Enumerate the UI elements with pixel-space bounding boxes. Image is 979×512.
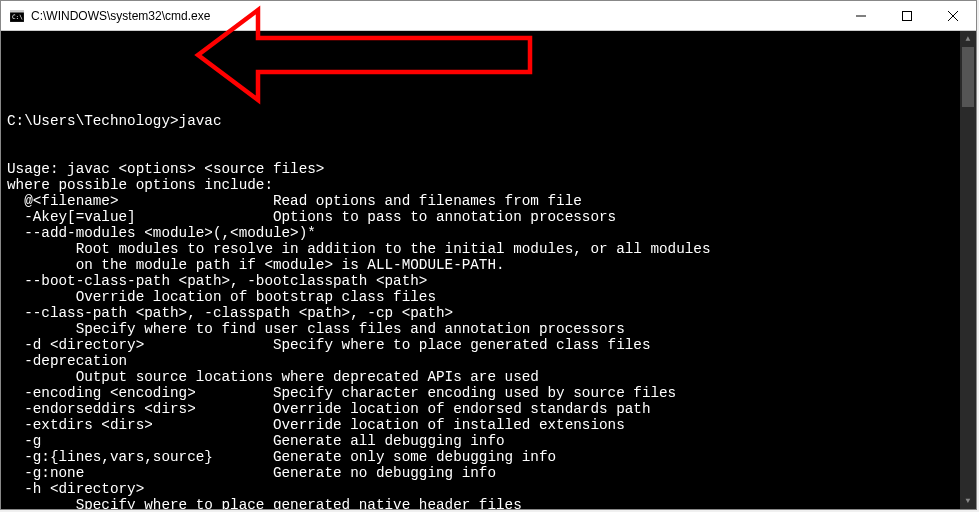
terminal-output[interactable]: C:\Users\Technology>javac Usage: javac <… bbox=[1, 31, 976, 509]
window-title: C:\WINDOWS\system32\cmd.exe bbox=[31, 9, 838, 23]
svg-rect-4 bbox=[903, 11, 912, 20]
close-button[interactable] bbox=[930, 1, 976, 30]
titlebar: C:\ C:\WINDOWS\system32\cmd.exe bbox=[1, 1, 976, 31]
minimize-button[interactable] bbox=[838, 1, 884, 30]
output-line: -endorseddirs <dirs> Override location o… bbox=[7, 401, 970, 417]
output-line: -g Generate all debugging info bbox=[7, 433, 970, 449]
maximize-button[interactable] bbox=[884, 1, 930, 30]
output-line: --class-path <path>, -classpath <path>, … bbox=[7, 305, 970, 321]
output-line: -encoding <encoding> Specify character e… bbox=[7, 385, 970, 401]
cmd-icon: C:\ bbox=[9, 8, 25, 24]
svg-text:C:\: C:\ bbox=[12, 13, 23, 20]
output-line: Root modules to resolve in addition to t… bbox=[7, 241, 970, 257]
output-line: -g:none Generate no debugging info bbox=[7, 465, 970, 481]
output-line: Override location of bootstrap class fil… bbox=[7, 289, 970, 305]
scrollbar[interactable]: ▲ ▼ bbox=[960, 31, 976, 509]
output-line: Specify where to place generated native … bbox=[7, 497, 970, 509]
output-line: where possible options include: bbox=[7, 177, 970, 193]
output-line: Specify where to find user class files a… bbox=[7, 321, 970, 337]
output-line: @<filename> Read options and filenames f… bbox=[7, 193, 970, 209]
output-line: Usage: javac <options> <source files> bbox=[7, 161, 970, 177]
scroll-down-icon[interactable]: ▼ bbox=[960, 493, 976, 509]
output-line: -d <directory> Specify where to place ge… bbox=[7, 337, 970, 353]
output-line: Output source locations where deprecated… bbox=[7, 369, 970, 385]
output-line: -extdirs <dirs> Override location of ins… bbox=[7, 417, 970, 433]
scroll-thumb[interactable] bbox=[962, 47, 974, 107]
prompt-line: C:\Users\Technology>javac bbox=[7, 113, 970, 129]
output-line: -Akey[=value] Options to pass to annotat… bbox=[7, 209, 970, 225]
output-line: -h <directory> bbox=[7, 481, 970, 497]
output-line: --boot-class-path <path>, -bootclasspath… bbox=[7, 273, 970, 289]
output-line: on the module path if <module> is ALL-MO… bbox=[7, 257, 970, 273]
cmd-window: C:\ C:\WINDOWS\system32\cmd.exe C:\Users… bbox=[0, 0, 977, 510]
output-line: -g:{lines,vars,source} Generate only som… bbox=[7, 449, 970, 465]
output-line: -deprecation bbox=[7, 353, 970, 369]
scroll-up-icon[interactable]: ▲ bbox=[960, 31, 976, 47]
window-controls bbox=[838, 1, 976, 30]
output-line: --add-modules <module>(,<module>)* bbox=[7, 225, 970, 241]
